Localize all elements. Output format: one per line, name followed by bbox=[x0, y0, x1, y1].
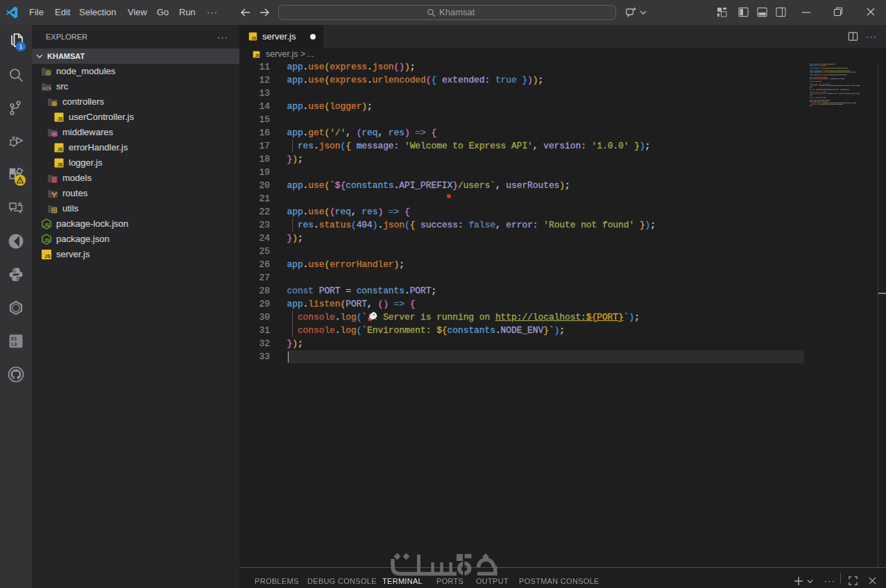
svg-text:JS: JS bbox=[44, 238, 50, 243]
svg-text:JS: JS bbox=[44, 223, 50, 227]
svg-text:JS: JS bbox=[58, 147, 64, 152]
svg-text:JS: JS bbox=[251, 36, 256, 40]
svg-text:JS: JS bbox=[58, 162, 64, 167]
svg-text:JS: JS bbox=[58, 116, 64, 121]
svg-text:</>: </> bbox=[43, 87, 51, 92]
svg-text:JS: JS bbox=[44, 254, 51, 259]
svg-text:JS: JS bbox=[255, 54, 260, 58]
svg-text:K1: K1 bbox=[11, 336, 17, 342]
svg-text:L0: L0 bbox=[11, 342, 17, 347]
